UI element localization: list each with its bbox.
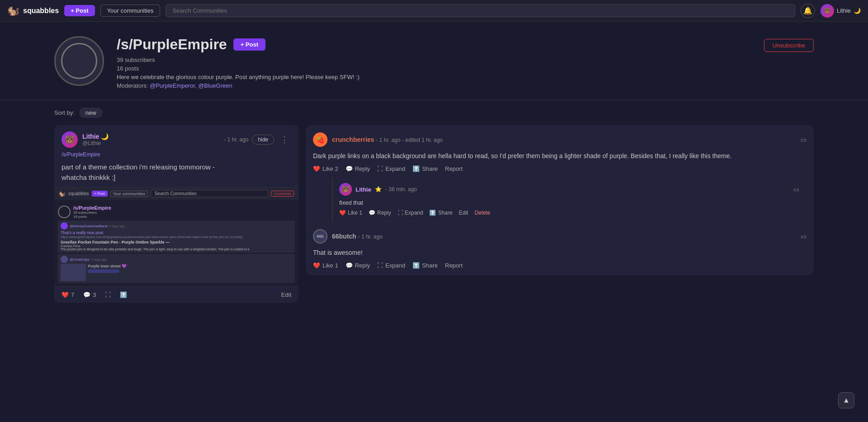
post-author: Lithie 🌙 [82, 133, 219, 140]
community-header: /s/PurpleEmpire Post 39 subscribers 16 p… [0, 22, 868, 100]
reply-icon-2: 💬 [346, 262, 353, 269]
reply-header-1: 🐻 Lithie ⭐ - 38 min. ago ▭ [339, 183, 799, 196]
likes-count-2: Like 1 [323, 262, 338, 269]
comment-block-1: 🍓 crunchberries - 1 hr. ago - edited 1 h… [306, 125, 814, 222]
hide-button[interactable]: hide [252, 135, 274, 145]
post-footer: ❤️ 7 💬 3 ⛶ ⬆️ Edit [54, 286, 299, 303]
share-icon-2: ⬆️ [413, 262, 420, 269]
screenshot-navbar: 🐿️ squabbles + Post Your communities Sea… [54, 188, 299, 200]
like-button-1[interactable]: ❤️ Like 2 [313, 165, 338, 172]
like-button-reply[interactable]: ❤️ Like 1 [339, 210, 362, 216]
post-card: 🐻 Lithie 🌙 @Lithie - 1 hr. ago hide ⋮ /s… [54, 125, 299, 303]
comment-text-1: Dark purple links on a black background … [313, 151, 806, 161]
app-logo[interactable]: 🐿️ squabbles [7, 5, 59, 17]
collapse-button-reply[interactable]: ▭ [793, 186, 799, 193]
reply-button-reply[interactable]: 💬 Reply [369, 210, 391, 216]
app-name: squabbles [23, 7, 59, 15]
like-button[interactable]: ❤️ 7 [62, 291, 74, 298]
screenshot-communities-btn: Your communities [110, 191, 148, 197]
post-text-line2: whatcha thinkkk :] [62, 173, 291, 183]
screenshot-community-header: /s/PurpleEmpire 39 subscribers 16 posts [58, 203, 295, 220]
logo-icon: 🐿️ [7, 5, 19, 17]
nav-post-button[interactable]: Post [64, 5, 95, 16]
share-button-1[interactable]: ⬆️ Share [413, 165, 438, 172]
expand-icon: ⛶ [105, 291, 111, 298]
report-button-2[interactable]: Report [445, 262, 463, 269]
screenshot-logo-icon: 🐿️ [59, 191, 66, 197]
star-badge: ⭐ [375, 186, 382, 192]
screenshot-unsub-btn: Unsubscribe [271, 191, 294, 197]
user-menu[interactable]: 🐻 Lithie 🌙 [821, 4, 861, 18]
sort-new-button[interactable]: new [79, 108, 103, 118]
mod2-link[interactable]: @BlueGreen [198, 82, 232, 89]
expand-icon-2: ⛶ [377, 262, 383, 269]
community-subscribers: 39 subscribers [117, 56, 814, 63]
screenshot-content: /s/PurpleEmpire 39 subscribers 16 posts … [54, 200, 299, 286]
screenshot-post-btn: + Post [92, 191, 108, 197]
avatar: 🐻 [62, 131, 78, 148]
comment-actions-1: ❤️ Like 2 💬 Reply ⛶ Expand ⬆️ Share Repo… [313, 165, 806, 178]
reply-button-1[interactable]: 💬 Reply [346, 165, 370, 172]
comment-meta: crunchberries - 1 hr. ago - edited 1 hr.… [332, 136, 796, 143]
community-title-row: /s/PurpleEmpire Post [117, 36, 814, 53]
heart-icon: ❤️ [313, 262, 320, 269]
collapse-button-1[interactable]: ▭ [801, 136, 806, 143]
reply-icon: 💬 [369, 210, 375, 216]
post-header: 🐻 Lithie 🌙 @Lithie - 1 hr. ago hide ⋮ [54, 125, 299, 151]
report-button-1[interactable]: Report [445, 165, 463, 172]
delete-button-reply[interactable]: Delete [474, 210, 490, 216]
post-handle: @Lithie [82, 140, 219, 146]
comment-meta-2: 66butch - 1 hr. ago [332, 233, 796, 240]
share-icon: ⬆️ [120, 291, 127, 298]
screenshot-post-row: @VioletVipe 2 days ago Purple town stree… [58, 254, 295, 283]
post-community-tag[interactable]: /s/PurpleEmpire [54, 151, 299, 160]
share-button[interactable]: ⬆️ [120, 291, 127, 298]
edit-button-reply[interactable]: Edit [459, 210, 468, 216]
heart-icon: ❤️ [62, 291, 69, 298]
likes-count: 7 [71, 291, 74, 298]
share-button-2[interactable]: ⬆️ Share [413, 262, 438, 269]
moderators-label: Moderators: [117, 82, 148, 89]
collapse-button-2[interactable]: ▭ [801, 233, 806, 240]
more-options-button[interactable]: ⋮ [278, 134, 291, 145]
comment-author-2: 66butch [332, 233, 356, 240]
share-button-reply[interactable]: ⬆️ Share [429, 210, 452, 216]
search-input[interactable] [166, 4, 795, 17]
reply-text-1: fixed that [339, 199, 799, 206]
comment-icon: 💬 [83, 291, 90, 298]
post-image: 🐿️ squabbles + Post Your communities Sea… [54, 187, 299, 286]
community-avatar [54, 36, 104, 86]
your-communities-button[interactable]: Your communities [100, 5, 161, 17]
community-description: Here we celebrate the glorious colour pu… [117, 74, 814, 80]
reply-actions-1: ❤️ Like 1 💬 Reply ⛶ Expand ⬆️ Share [339, 210, 799, 216]
share-icon-reply: ⬆️ [429, 210, 436, 216]
post-header-right: - 1 hr. ago hide ⋮ [224, 134, 291, 145]
community-title: /s/PurpleEmpire [117, 36, 227, 53]
share-icon-1: ⬆️ [413, 165, 420, 172]
expand-button-reply[interactable]: ⛶ Expand [398, 210, 423, 216]
like-button-2[interactable]: ❤️ Like 1 [313, 262, 338, 269]
community-moderators: Moderators: @PurpleEmperor, @BlueGreen [117, 82, 814, 89]
post-time: - 1 hr. ago [224, 136, 248, 143]
post-text-line1: part of a theme collection i'm releasing… [62, 162, 291, 173]
mod1-link[interactable]: @PurpleEmperor [150, 82, 195, 89]
sort-row: Sort by: new [0, 100, 868, 125]
reply-button-2[interactable]: 💬 Reply [346, 262, 370, 269]
screenshot-post-row: @HoneyGrammarBand 2 days ago That's a re… [58, 220, 295, 253]
comment-text-2: That is awesome! [313, 248, 806, 258]
edit-button[interactable]: Edit [281, 291, 291, 298]
expand-button[interactable]: ⛶ [105, 291, 111, 298]
reply-author-1: Lithie [356, 186, 371, 193]
comment-actions-2: ❤️ Like 1 💬 Reply ⛶ Expand ⬆️ Share Repo… [313, 262, 806, 274]
heart-icon: ❤️ [339, 210, 346, 216]
community-post-button[interactable]: Post [233, 38, 266, 51]
expand-button-2[interactable]: ⛶ Expand [377, 262, 405, 269]
expand-button-1[interactable]: ⛶ Expand [377, 165, 405, 172]
screenshot-comm-title: /s/PurpleEmpire [73, 205, 111, 211]
unsubscribe-button[interactable]: Unsubscribe [764, 39, 814, 52]
notification-button[interactable]: 🔔 [801, 4, 815, 18]
username: Lithie [837, 7, 851, 14]
scroll-top-button[interactable]: ▲ [838, 392, 854, 408]
comments-button[interactable]: 💬 3 [83, 291, 96, 298]
comment-block-2: 66b 66butch - 1 hr. ago ▭ That is awesom… [306, 222, 814, 275]
